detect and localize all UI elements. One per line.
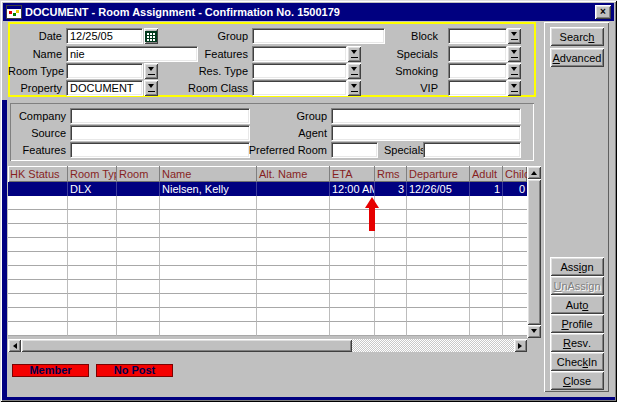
scroll-down-button[interactable] [527, 325, 541, 338]
calendar-button[interactable] [144, 28, 158, 44]
table-row-empty[interactable] [8, 210, 527, 224]
scroll-right-button[interactable] [514, 339, 527, 352]
column-header-departure[interactable]: Departure [407, 166, 470, 182]
preferred-room-field[interactable] [331, 142, 378, 158]
cell-child: 0 [503, 182, 527, 196]
room-assignment-window: DOCUMENT - Room Assignment - Confirmatio… [0, 0, 617, 402]
scroll-up-icon [531, 168, 537, 175]
grid-header: HK Status Room Type Room Name Alt. Name … [8, 166, 527, 182]
group-info-label: Group [238, 110, 327, 123]
res-type-dropdown-button[interactable] [347, 63, 361, 79]
table-row-empty[interactable] [8, 224, 527, 238]
room-type-dropdown-button[interactable] [144, 63, 158, 79]
name-label: Name [8, 48, 62, 61]
smoking-label: Smoking [384, 65, 438, 78]
group-info-field[interactable] [331, 108, 521, 124]
cell-room [117, 182, 160, 196]
chevron-down-icon [511, 50, 517, 57]
vip-field[interactable] [448, 80, 507, 96]
window-edge-strip-bottom [2, 397, 615, 400]
column-header-hk-status[interactable]: HK Status [8, 166, 68, 182]
vertical-scrollbar[interactable] [527, 166, 541, 338]
agent-field[interactable] [331, 125, 521, 141]
auto-button[interactable]: Auto [550, 295, 604, 314]
features-info-field[interactable] [70, 142, 250, 158]
search-button[interactable]: Search [550, 27, 604, 46]
close-button[interactable]: × [595, 5, 611, 19]
room-type-field[interactable] [66, 63, 143, 79]
column-header-eta[interactable]: ETA [330, 166, 375, 182]
cell-rms: 3 [375, 182, 407, 196]
scroll-left-icon [10, 343, 17, 349]
assign-button[interactable]: Assign [550, 257, 604, 276]
cell-hk-status [8, 182, 68, 196]
table-row-empty[interactable] [8, 280, 527, 294]
source-label: Source [12, 127, 66, 140]
table-row-empty[interactable] [8, 294, 527, 308]
member-badge: Member [12, 364, 89, 377]
cell-name: Nielsen, Kelly [160, 182, 257, 196]
source-field[interactable] [70, 125, 250, 141]
grid-empty-rows[interactable] [8, 196, 527, 336]
table-row-empty[interactable] [8, 252, 527, 266]
title-bar: DOCUMENT - Room Assignment - Confirmatio… [3, 3, 614, 21]
advanced-button[interactable]: Advanced [550, 48, 604, 67]
room-class-field[interactable] [252, 80, 347, 96]
column-header-room[interactable]: Room [117, 166, 160, 182]
horizontal-scrollbar[interactable] [8, 339, 527, 352]
scroll-up-button[interactable] [527, 166, 541, 179]
features-info-label: Features [12, 144, 66, 157]
table-row-empty[interactable] [8, 308, 527, 322]
column-header-name[interactable]: Name [160, 166, 257, 182]
specials-dropdown-button[interactable] [507, 46, 521, 62]
chevron-down-icon [351, 50, 357, 57]
vertical-scroll-thumb[interactable] [527, 179, 541, 325]
column-header-room-type[interactable]: Room Type [68, 166, 117, 182]
profile-button[interactable]: Profile [550, 314, 604, 333]
property-label: Property [8, 82, 62, 95]
smoking-dropdown-button[interactable] [507, 63, 521, 79]
features-dropdown-button[interactable] [347, 46, 361, 62]
room-class-dropdown-button[interactable] [347, 80, 361, 96]
specials-field[interactable] [448, 46, 507, 62]
block-dropdown-button[interactable] [507, 28, 521, 44]
specials-info-field[interactable] [423, 142, 521, 158]
column-header-adult[interactable]: Adult [470, 166, 503, 182]
column-header-child[interactable]: Child [503, 166, 527, 182]
table-row-empty[interactable] [8, 322, 527, 336]
cell-alt-name [257, 182, 330, 196]
resv-button[interactable]: Resv. [550, 333, 604, 352]
chevron-down-icon [351, 67, 357, 74]
specials-info-label: Specials [384, 144, 419, 157]
features-label: Features [180, 48, 248, 61]
calendar-icon [145, 31, 157, 42]
table-row-empty[interactable] [8, 266, 527, 280]
block-label: Block [384, 30, 438, 43]
column-header-alt-name[interactable]: Alt. Name [257, 166, 330, 182]
name-field[interactable]: nie [66, 46, 198, 62]
property-field[interactable]: DOCUMENT [66, 80, 143, 96]
horizontal-scroll-thumb[interactable] [21, 339, 352, 352]
block-field[interactable] [448, 28, 507, 44]
res-type-field[interactable] [252, 63, 347, 79]
room-type-label: Room Type [8, 65, 62, 78]
chevron-down-icon [511, 67, 517, 74]
date-field[interactable]: 12/25/05 [66, 28, 143, 44]
vip-dropdown-button[interactable] [507, 80, 521, 96]
room-class-label: Room Class [180, 82, 248, 95]
cell-eta: 12:00 AM [330, 182, 375, 196]
res-type-label: Res. Type [180, 65, 248, 78]
scroll-left-button[interactable] [8, 339, 21, 352]
check-in-button[interactable]: Check In [550, 352, 604, 371]
table-row-empty[interactable] [8, 196, 527, 210]
table-row-selected[interactable]: DLX Nielsen, Kelly 12:00 AM 3 12/26/05 1… [8, 182, 527, 196]
features-field[interactable] [252, 46, 347, 62]
table-row-empty[interactable] [8, 238, 527, 252]
column-header-rms[interactable]: Rms [375, 166, 407, 182]
close-window-button[interactable]: Close [550, 371, 604, 390]
company-field[interactable] [70, 108, 250, 124]
smoking-field[interactable] [448, 63, 507, 79]
cell-adult: 1 [470, 182, 503, 196]
group-field[interactable] [252, 28, 385, 44]
property-dropdown-button[interactable] [144, 80, 158, 96]
